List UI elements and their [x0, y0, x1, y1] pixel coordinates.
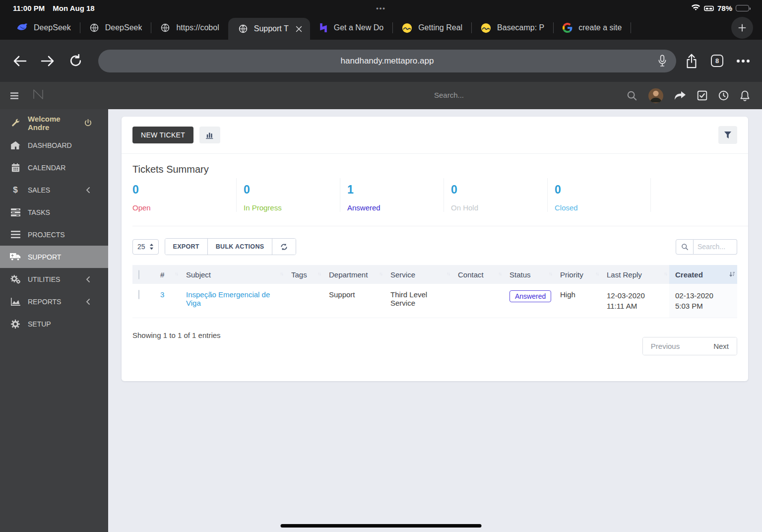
column-header-priority[interactable]: Priority↑↓: [554, 265, 601, 284]
back-button[interactable]: [6, 47, 34, 75]
page-size-select[interactable]: 25: [132, 239, 159, 255]
tab-getting-real[interactable]: Getting Real: [393, 16, 471, 40]
ticket-subject-link[interactable]: Inspeção Emergencial de Viga: [186, 290, 270, 307]
tickets-summary: 0 Open 0 In Progress 1 Answered 0 On Hol…: [132, 178, 748, 226]
sidebar-item-calendar[interactable]: CALENDAR: [0, 156, 108, 179]
tab-get-a-new-do[interactable]: Get a New Do: [310, 16, 392, 40]
summary-in-progress-count: 0: [244, 183, 340, 197]
select-all-checkbox[interactable]: [138, 270, 139, 279]
export-button[interactable]: EXPORT: [165, 239, 207, 255]
table-search-button[interactable]: [676, 239, 694, 255]
table-row[interactable]: 3 Inspeção Emergencial de Viga Support T…: [132, 284, 737, 318]
select-all-header[interactable]: [132, 265, 154, 284]
tab-basecamp[interactable]: Basecamp: P: [472, 16, 553, 40]
new-tab-button[interactable]: [731, 17, 753, 39]
entries-summary: Showing 1 to 1 of 1 entries: [132, 331, 221, 339]
tab-cobol[interactable]: https://cobol: [151, 16, 228, 40]
sidebar-item-label: REPORTS: [28, 298, 61, 306]
user-avatar[interactable]: [648, 88, 663, 103]
sleep-focus-icon: [704, 5, 714, 11]
forward-button[interactable]: [34, 47, 62, 75]
more-menu-icon[interactable]: [736, 59, 750, 63]
hostinger-h-icon: [319, 23, 328, 33]
sidebar-item-dashboard[interactable]: DASHBOARD: [0, 134, 108, 156]
new-ticket-button[interactable]: NEW TICKET: [132, 127, 193, 143]
logout-power-icon[interactable]: [82, 119, 93, 128]
sidebar-item-support[interactable]: SUPPORT: [0, 246, 108, 268]
refresh-button[interactable]: [272, 239, 296, 255]
column-header-contact[interactable]: Contact↑↓: [452, 265, 504, 284]
summary-closed-count: 0: [555, 183, 650, 197]
bulk-actions-button[interactable]: BULK ACTIONS: [207, 239, 272, 255]
mic-icon[interactable]: [657, 54, 667, 68]
summary-answered: 1 Answered: [340, 178, 444, 212]
summary-answered-label: Answered: [347, 203, 444, 212]
chart-toggle-button[interactable]: [199, 127, 220, 143]
previous-page-button[interactable]: Previous: [643, 337, 688, 355]
search-icon[interactable]: [627, 90, 637, 101]
row-last-reply-cell: 12-03-2020 11:11 AM: [601, 284, 669, 318]
tab-label: https://cobol: [176, 23, 219, 32]
browser-toolbar: handhandy.mettapro.app 8: [0, 40, 762, 82]
chevron-left-icon: [82, 299, 93, 305]
tab-create-a-site[interactable]: create a site: [554, 16, 631, 40]
tab-deepseek-1[interactable]: DeepSeek: [8, 16, 80, 40]
share-forward-icon[interactable]: [674, 91, 686, 101]
column-header-last-reply[interactable]: Last Reply↑↓: [601, 265, 669, 284]
column-header-status[interactable]: Status↑↓: [504, 265, 554, 284]
sidebar-item-utilities[interactable]: UTILITIES: [0, 268, 108, 290]
column-header-service[interactable]: Service↑↓: [384, 265, 452, 284]
row-select-cell[interactable]: [132, 284, 154, 318]
home-indicator[interactable]: [281, 524, 482, 528]
column-header-created[interactable]: Created: [669, 265, 737, 284]
table-header-row: #↑↓ Subject↑↓ Tags↑↓ Department↑↓ Servic…: [132, 265, 737, 284]
header-search-input[interactable]: Search...: [434, 91, 464, 99]
tab-label: DeepSeek: [34, 23, 71, 32]
sidebar-item-tasks[interactable]: TASKS: [0, 201, 108, 223]
summary-on-hold: 0 On Hold: [444, 178, 547, 212]
tasks-icon: [10, 208, 21, 216]
summary-on-hold-count: 0: [451, 183, 547, 197]
current-page-button[interactable]: 1: [688, 337, 705, 355]
area-chart-icon: [10, 298, 21, 306]
battery-percent: 78%: [717, 4, 732, 12]
status-badge[interactable]: Answered: [509, 290, 551, 302]
sidebar-nav: Welcome Andre DASHBOARD CALENDAR $ SALES…: [0, 109, 108, 532]
ipad-status-bar: 11:00 PM Mon Aug 18 ••• 78%: [0, 0, 762, 16]
ticket-id-link[interactable]: 3: [160, 290, 164, 299]
table-search-input[interactable]: [694, 239, 737, 255]
summary-open: 0 Open: [132, 178, 236, 212]
share-icon[interactable]: [685, 54, 698, 68]
sidebar-item-setup[interactable]: SETUP: [0, 313, 108, 335]
support-truck-icon: [10, 253, 21, 261]
tickets-table: #↑↓ Subject↑↓ Tags↑↓ Department↑↓ Servic…: [132, 265, 737, 318]
tab-label: DeepSeek: [105, 23, 142, 32]
tab-count-button[interactable]: 8: [711, 55, 723, 67]
bell-icon[interactable]: [740, 90, 750, 101]
sort-desc-icon: [729, 271, 735, 278]
filter-button[interactable]: [718, 126, 737, 144]
column-header-id[interactable]: #↑↓: [154, 265, 180, 284]
column-header-department[interactable]: Department↑↓: [323, 265, 384, 284]
column-header-tags[interactable]: Tags↑↓: [285, 265, 323, 284]
sort-icon: ↑↓: [446, 271, 449, 276]
tab-deepseek-2[interactable]: DeepSeek: [80, 16, 151, 40]
tab-support-active[interactable]: Support T: [228, 18, 310, 40]
sidebar-item-label: CALENDAR: [28, 164, 65, 172]
basecamp-icon: [481, 23, 491, 33]
url-bar[interactable]: handhandy.mettapro.app: [98, 50, 676, 72]
sidebar-item-sales[interactable]: $ SALES: [0, 179, 108, 201]
summary-open-label: Open: [132, 203, 236, 212]
reload-button[interactable]: [62, 47, 89, 75]
clock-icon[interactable]: [718, 90, 729, 101]
next-page-button[interactable]: Next: [705, 337, 737, 355]
sidebar-item-reports[interactable]: REPORTS: [0, 290, 108, 313]
chevron-left-icon: [82, 276, 93, 282]
menu-toggle-button[interactable]: [7, 88, 22, 103]
sidebar-item-projects[interactable]: PROJECTS: [0, 223, 108, 246]
check-square-icon[interactable]: [697, 90, 707, 101]
column-header-subject[interactable]: Subject↑↓: [180, 265, 285, 284]
app-header: Search...: [0, 82, 762, 109]
close-tab-icon[interactable]: [295, 25, 303, 33]
row-checkbox[interactable]: [138, 290, 139, 299]
